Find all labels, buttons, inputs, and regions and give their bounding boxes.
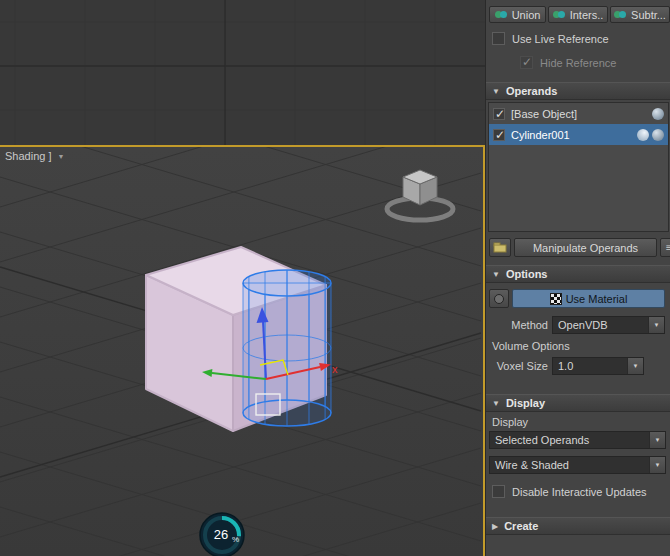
dropdown-arrow-icon[interactable]: ▼ (627, 358, 643, 374)
display-operands-dropdown[interactable]: Selected Operands ▼ (489, 431, 666, 449)
dropdown-arrow-icon[interactable]: ▼ (649, 432, 665, 448)
rollout-options-title: Options (506, 268, 548, 280)
dropdown-arrow-icon[interactable]: ▼ (648, 317, 664, 333)
rollout-options[interactable]: ▼ Options (486, 265, 670, 283)
viewport-main[interactable]: x 26 % Shading ] ▼ (0, 145, 485, 556)
operand-checkbox[interactable] (493, 108, 505, 120)
method-label: Method (486, 319, 548, 331)
display-style-value: Wire & Shaded (495, 459, 569, 471)
operands-list: [Base Object] Cylinder001 (488, 102, 669, 232)
display-label: Display (492, 416, 528, 428)
union-button[interactable]: Union (489, 6, 546, 23)
operand-extra-button[interactable]: ≡ (660, 238, 670, 257)
voxel-size-value: 1.0 (558, 360, 573, 372)
rollout-arrow-icon: ▼ (492, 399, 500, 408)
checker-icon (550, 293, 562, 305)
viewport-shading-label: Shading ] (5, 150, 51, 162)
intersect-icon (553, 10, 566, 20)
rollout-display-title: Display (506, 397, 545, 409)
intersect-button-label: Inters.. (570, 9, 604, 21)
viewport-menu-arrow-icon: ▼ (57, 153, 64, 160)
viewport-shading-menu[interactable]: Shading ] ▼ (5, 150, 64, 162)
intersect-button[interactable]: Inters.. (548, 6, 608, 23)
disable-interactive-updates-checkbox[interactable]: Disable Interactive Updates (492, 484, 647, 499)
manipulate-operands-label: Manipulate Operands (533, 242, 638, 254)
secondary-viewport-grid (0, 0, 485, 145)
use-material-label: Use Material (566, 293, 628, 305)
subtract-icon (614, 10, 627, 20)
operand-label: [Base Object] (511, 108, 577, 120)
hide-reference-label: Hide Reference (540, 57, 616, 69)
rollout-operands[interactable]: ▼ Operands (486, 82, 670, 100)
union-button-label: Union (512, 9, 541, 21)
display-operands-value: Selected Operands (495, 434, 589, 446)
volume-options-label: Volume Options (492, 340, 570, 352)
union-icon (495, 10, 508, 20)
list-icon: ≡ (666, 242, 670, 253)
viewcube[interactable] (387, 170, 453, 220)
pick-material-icon (494, 294, 504, 304)
rollout-create[interactable]: ▶ Create (486, 517, 670, 535)
folder-icon (493, 242, 507, 253)
progress-indicator: 26 % (200, 513, 244, 556)
operand-sphere-icon (652, 108, 664, 120)
use-live-reference-checkbox[interactable]: Use Live Reference (492, 31, 609, 46)
operand-sphere-icon (652, 129, 664, 141)
open-operand-button[interactable] (489, 238, 511, 257)
operand-reference-icon (637, 129, 649, 141)
disable-interactive-updates-label: Disable Interactive Updates (512, 486, 647, 498)
method-value: OpenVDB (558, 319, 608, 331)
voxel-size-label: Voxel Size (486, 360, 548, 372)
rollout-operands-title: Operands (506, 85, 557, 97)
axis-x-label: x (332, 363, 338, 375)
application-window: x 26 % Shading ] ▼ Union Inters.. (0, 0, 670, 556)
rollout-create-title: Create (504, 520, 538, 532)
display-style-dropdown[interactable]: Wire & Shaded ▼ (489, 456, 666, 474)
viewport-secondary[interactable] (0, 0, 485, 146)
command-panel: Union Inters.. Subtr... Use Live Referen… (485, 0, 670, 556)
checkbox-icon (492, 32, 505, 45)
rollout-arrow-icon: ▶ (492, 522, 498, 531)
rollout-arrow-icon: ▼ (492, 87, 500, 96)
rollout-arrow-icon: ▼ (492, 270, 500, 279)
hide-reference-checkbox: Hide Reference (520, 55, 616, 70)
operand-row-base-object[interactable]: [Base Object] (489, 103, 668, 124)
operand-checkbox[interactable] (493, 129, 505, 141)
pick-material-button[interactable] (489, 289, 509, 308)
operand-row-cylinder001[interactable]: Cylinder001 (489, 124, 668, 145)
manipulate-operands-button[interactable]: Manipulate Operands (514, 238, 657, 257)
checkbox-checked-icon (520, 56, 533, 69)
dropdown-arrow-icon[interactable]: ▼ (649, 457, 665, 473)
use-live-reference-label: Use Live Reference (512, 33, 609, 45)
progress-unit: % (232, 535, 239, 544)
use-material-button[interactable]: Use Material (512, 289, 665, 308)
rollout-display[interactable]: ▼ Display (486, 394, 670, 412)
voxel-size-field[interactable]: 1.0 ▼ (552, 357, 644, 375)
subtract-button-label: Subtr... (631, 9, 666, 21)
checkbox-icon (492, 485, 505, 498)
progress-value: 26 (214, 527, 228, 542)
viewport-canvas[interactable]: x 26 % (0, 147, 481, 556)
operand-label: Cylinder001 (511, 129, 570, 141)
subtract-button[interactable]: Subtr... (610, 6, 670, 23)
method-dropdown[interactable]: OpenVDB ▼ (552, 316, 665, 334)
